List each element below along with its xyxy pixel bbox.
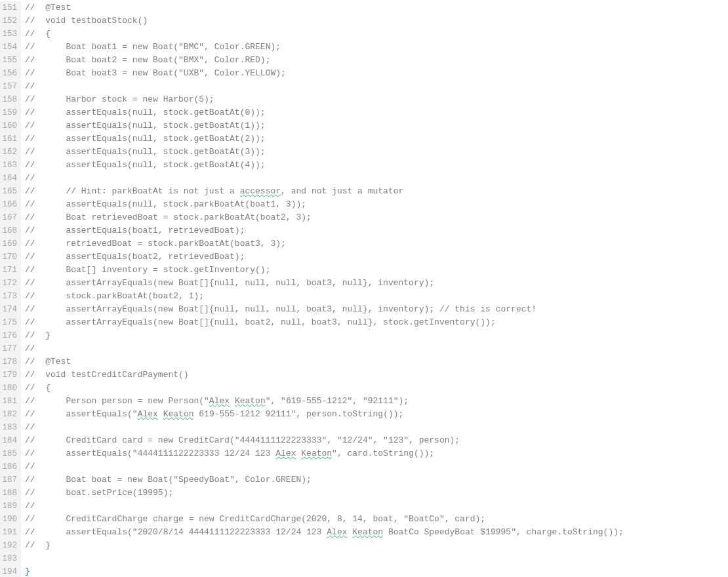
code-line[interactable]: 172// assertArrayEquals(new Boat[]{null,…: [0, 277, 728, 290]
code-line[interactable]: 156// Boat boat3 = new Boat("UXB", Color…: [0, 67, 728, 80]
code-content[interactable]: // assertEquals(null, stock.getBoatAt(0)…: [21, 106, 266, 119]
code-content[interactable]: // assertEquals(null, stock.getBoatAt(2)…: [21, 132, 266, 146]
code-token: @Test: [40, 3, 71, 12]
code-line[interactable]: 185// assertEquals("4444111122223333 12/…: [0, 447, 728, 460]
code-line[interactable]: 186//: [0, 460, 728, 473]
code-line[interactable]: 151// @Test: [0, 1, 728, 14]
code-line[interactable]: 187// Boat boat = new Boat("SpeedyBoat",…: [0, 473, 728, 487]
code-line[interactable]: 190// CreditCardCharge charge = new Cred…: [0, 513, 728, 526]
code-content[interactable]: // boat.setPrice(19995);: [21, 487, 173, 500]
code-content[interactable]: // CreditCard card = new CreditCard("444…: [21, 434, 460, 447]
code-line[interactable]: 158// Harbor stock = new Harbor(5);: [0, 93, 728, 106]
code-line[interactable]: 193: [0, 552, 728, 565]
code-line[interactable]: 182// assertEquals("Alex Keaton 619-555-…: [0, 408, 728, 421]
code-line[interactable]: 180// {: [0, 382, 728, 395]
code-line[interactable]: 152// void testboatStock(): [0, 14, 728, 28]
code-token: 619-555-1212 92111", person.toString());: [193, 409, 403, 419]
code-line[interactable]: 177//: [0, 342, 728, 355]
code-content[interactable]: //: [21, 342, 35, 355]
code-token: //: [25, 475, 40, 485]
code-line[interactable]: 157//: [0, 80, 728, 93]
code-line[interactable]: 175// assertArrayEquals(new Boat[]{null,…: [0, 316, 728, 329]
code-line[interactable]: 189//: [0, 500, 728, 513]
code-token: assertArrayEquals(new Boat[]{null, boat2…: [40, 317, 495, 327]
code-line[interactable]: 184// CreditCard card = new CreditCard("…: [0, 434, 728, 447]
line-number: 191: [0, 526, 21, 539]
code-line[interactable]: 153// {: [0, 28, 728, 41]
code-line[interactable]: 161// assertEquals(null, stock.getBoatAt…: [0, 132, 728, 146]
code-content[interactable]: // assertEquals(null, stock.getBoatAt(1)…: [21, 119, 266, 132]
code-token: //: [25, 514, 40, 524]
code-content[interactable]: //: [21, 421, 35, 434]
code-line[interactable]: 154// Boat boat1 = new Boat("BMC", Color…: [0, 41, 728, 54]
code-content[interactable]: // assertEquals(boat2, retrievedBoat);: [21, 250, 245, 264]
code-content[interactable]: // Boat boat = new Boat("SpeedyBoat", Co…: [21, 473, 312, 487]
code-line[interactable]: 164//: [0, 172, 728, 185]
code-content[interactable]: // stock.parkBoatAt(boat2, 1);: [21, 290, 204, 303]
code-content[interactable]: // {: [21, 382, 51, 395]
code-line[interactable]: 179// void testCreditCardPayment(): [0, 368, 728, 382]
line-number: 161: [0, 132, 21, 146]
code-line[interactable]: 170// assertEquals(boat2, retrievedBoat)…: [0, 250, 728, 264]
code-content[interactable]: //: [21, 80, 35, 93]
code-content[interactable]: //: [21, 460, 35, 473]
code-content[interactable]: // assertEquals("4444111122223333 12/24 …: [21, 447, 434, 460]
code-content[interactable]: }: [21, 565, 30, 577]
code-line[interactable]: 163// assertEquals(null, stock.getBoatAt…: [0, 159, 728, 172]
line-number: 165: [0, 185, 21, 198]
code-content[interactable]: //: [21, 172, 35, 185]
code-content[interactable]: // assertEquals(null, stock.parkBoatAt(b…: [21, 198, 306, 211]
code-line[interactable]: 166// assertEquals(null, stock.parkBoatA…: [0, 198, 728, 211]
code-content[interactable]: //: [21, 500, 35, 513]
code-content[interactable]: // }: [21, 539, 51, 552]
code-content[interactable]: // @Test: [21, 355, 71, 368]
code-content[interactable]: // }: [21, 329, 51, 342]
code-content[interactable]: // Boat boat3 = new Boat("UXB", Color.YE…: [21, 67, 286, 80]
code-editor[interactable]: 151// @Test152// void testboatStock()153…: [0, 0, 728, 577]
code-line[interactable]: 168// assertEquals(boat1, retrievedBoat)…: [0, 224, 728, 237]
line-number: 192: [0, 539, 21, 552]
code-token: assertEquals(null, stock.getBoatAt(2));: [40, 134, 265, 144]
code-content[interactable]: // Boat[] inventory = stock.getInventory…: [21, 264, 270, 277]
code-content[interactable]: // CreditCardCharge charge = new CreditC…: [21, 513, 485, 526]
code-line[interactable]: 188// boat.setPrice(19995);: [0, 487, 728, 500]
code-line[interactable]: 192// }: [0, 539, 728, 552]
code-content[interactable]: // assertEquals("Alex Keaton 619-555-121…: [21, 408, 403, 421]
code-line[interactable]: 155// Boat boat2 = new Boat("BMX", Color…: [0, 54, 728, 67]
code-line[interactable]: 183//: [0, 421, 728, 434]
code-line[interactable]: 171// Boat[] inventory = stock.getInvent…: [0, 264, 728, 277]
code-line[interactable]: 169// retrievedBoat = stock.parkBoatAt(b…: [0, 237, 728, 250]
code-line[interactable]: 165// // Hint: parkBoatAt is not just a …: [0, 185, 728, 198]
code-content[interactable]: // Boat boat1 = new Boat("BMC", Color.GR…: [21, 41, 281, 54]
code-content[interactable]: // @Test: [21, 1, 71, 14]
code-content[interactable]: // assertEquals(boat1, retrievedBoat);: [21, 224, 245, 237]
code-content[interactable]: // void testCreditCardPayment(): [21, 368, 189, 382]
code-line[interactable]: 162// assertEquals(null, stock.getBoatAt…: [0, 146, 728, 159]
code-line[interactable]: 160// assertEquals(null, stock.getBoatAt…: [0, 119, 728, 132]
code-content[interactable]: // assertEquals(null, stock.getBoatAt(3)…: [21, 146, 266, 159]
code-content[interactable]: // void testboatStock(): [21, 14, 148, 28]
code-content[interactable]: // assertArrayEquals(new Boat[]{null, nu…: [21, 277, 434, 290]
code-content[interactable]: // Person person = new Person("Alex Keat…: [21, 395, 409, 408]
code-content[interactable]: // assertArrayEquals(new Boat[]{null, bo…: [21, 316, 496, 329]
code-line[interactable]: 194}: [0, 565, 728, 577]
code-line[interactable]: 181// Person person = new Person("Alex K…: [0, 395, 728, 408]
code-content[interactable]: // {: [21, 28, 51, 41]
code-line[interactable]: 191// assertEquals("2020/8/14 4444111122…: [0, 526, 728, 539]
code-token: //: [25, 252, 40, 262]
code-content[interactable]: // // Hint: parkBoatAt is not just a acc…: [21, 185, 403, 198]
code-content[interactable]: // Boat retrievedBoat = stock.parkBoatAt…: [21, 211, 312, 224]
code-line[interactable]: 176// }: [0, 329, 728, 342]
code-line[interactable]: 173// stock.parkBoatAt(boat2, 1);: [0, 290, 728, 303]
code-content[interactable]: // assertArrayEquals(new Boat[]{null, nu…: [21, 303, 536, 316]
code-line[interactable]: 178// @Test: [0, 355, 728, 368]
code-content[interactable]: // assertEquals("2020/8/14 4444111122223…: [21, 526, 624, 539]
code-content[interactable]: // assertEquals(null, stock.getBoatAt(4)…: [21, 159, 266, 172]
code-line[interactable]: 174// assertArrayEquals(new Boat[]{null,…: [0, 303, 728, 316]
code-content[interactable]: // retrievedBoat = stock.parkBoatAt(boat…: [21, 237, 286, 250]
code-content[interactable]: // Harbor stock = new Harbor(5);: [21, 93, 214, 106]
code-line[interactable]: 167// Boat retrievedBoat = stock.parkBoa…: [0, 211, 728, 224]
code-line[interactable]: 159// assertEquals(null, stock.getBoatAt…: [0, 106, 728, 119]
code-token: //: [25, 409, 40, 419]
code-content[interactable]: // Boat boat2 = new Boat("BMX", Color.RE…: [21, 54, 270, 67]
